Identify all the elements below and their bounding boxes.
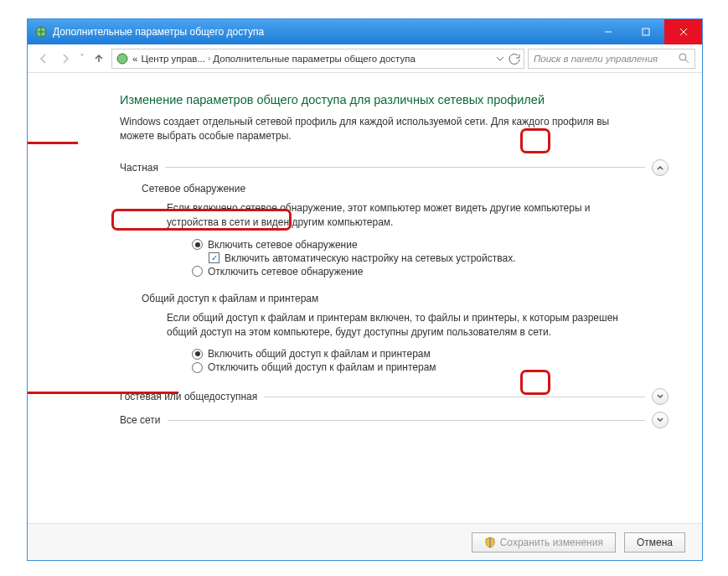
profile-header-private[interactable]: Частная — [120, 159, 669, 176]
nav-history-dropdown[interactable]: ˅ — [80, 53, 85, 65]
collapse-button-private[interactable] — [652, 159, 669, 176]
search-icon — [679, 53, 689, 64]
checkbox-icon: ✓ — [209, 252, 219, 263]
radio-icon — [192, 349, 203, 360]
window-title: Дополнительные параметры общего доступа — [53, 26, 589, 38]
divider — [165, 167, 645, 168]
close-button[interactable] — [664, 19, 702, 44]
network-icon — [116, 52, 129, 65]
subheading-file-sharing: Общий доступ к файлам и принтерам — [142, 293, 669, 304]
expand-button-all[interactable] — [652, 412, 669, 428]
radio-sharing-off[interactable]: Отключить общий доступ к файлам и принте… — [192, 361, 669, 373]
shield-icon — [484, 537, 496, 548]
back-button[interactable] — [34, 49, 53, 68]
profile-header-all[interactable]: Все сети — [120, 412, 669, 428]
divider — [264, 397, 645, 397]
profile-label-guest: Гостевая или общедоступная — [120, 391, 257, 402]
radio-discovery-on[interactable]: Включить сетевое обнаружение — [192, 239, 669, 251]
footer: Сохранить изменения Отмена — [28, 523, 702, 560]
save-button[interactable]: Сохранить изменения — [472, 532, 616, 553]
breadcrumb-prefix: « — [132, 54, 137, 64]
network-icon — [34, 25, 48, 39]
cancel-button[interactable]: Отмена — [624, 532, 685, 553]
radio-icon — [192, 362, 203, 373]
search-input[interactable]: Поиск в панели управления — [528, 49, 695, 69]
svg-point-2 — [117, 54, 127, 64]
refresh-icon[interactable] — [509, 53, 520, 65]
subheading-network-discovery: Сетевое обнаружение — [142, 183, 669, 195]
radio-icon — [192, 266, 203, 277]
svg-rect-1 — [643, 29, 649, 35]
window-frame: Дополнительные параметры общего доступа … — [27, 18, 703, 561]
titlebar: Дополнительные параметры общего доступа — [28, 19, 702, 44]
content-area: Изменение параметров общего доступа для … — [28, 73, 702, 523]
maximize-button[interactable] — [627, 19, 664, 44]
breadcrumb-part1[interactable]: Центр управ... — [141, 54, 205, 64]
desc-network-discovery: Если включено сетевое обнаружение, этот … — [167, 201, 619, 231]
breadcrumb[interactable]: « Центр управ... › Дополнительные параме… — [111, 49, 524, 69]
minimize-button[interactable] — [589, 19, 627, 44]
breadcrumb-part2[interactable]: Дополнительные параметры общего доступа — [213, 54, 416, 64]
up-button[interactable] — [90, 49, 108, 68]
search-placeholder: Поиск в панели управления — [534, 54, 658, 64]
radio-sharing-on[interactable]: Включить общий доступ к файлам и принтер… — [192, 348, 669, 360]
svg-point-3 — [679, 54, 686, 60]
profile-header-guest[interactable]: Гостевая или общедоступная — [120, 388, 669, 405]
checkbox-discovery-auto[interactable]: ✓ Включить автоматическую настройку на с… — [209, 252, 669, 264]
forward-button[interactable] — [56, 49, 75, 68]
highlight-underline — [28, 142, 78, 144]
radio-discovery-off[interactable]: Отключить сетевое обнаружение — [192, 266, 669, 278]
page-description: Windows создает отдельный сетевой профил… — [120, 115, 639, 144]
divider — [168, 420, 646, 421]
profile-label-private: Частная — [120, 162, 158, 174]
chevron-right-icon: › — [208, 54, 210, 63]
breadcrumb-dropdown-icon[interactable] — [495, 52, 505, 65]
radio-icon — [192, 239, 203, 250]
expand-button-guest[interactable] — [652, 388, 669, 405]
page-title: Изменение параметров общего доступа для … — [120, 93, 669, 106]
profile-label-all: Все сети — [120, 414, 161, 426]
navbar: ˅ « Центр управ... › Дополнительные пара… — [28, 44, 702, 73]
desc-file-sharing: Если общий доступ к файлам и принтерам в… — [167, 311, 619, 340]
